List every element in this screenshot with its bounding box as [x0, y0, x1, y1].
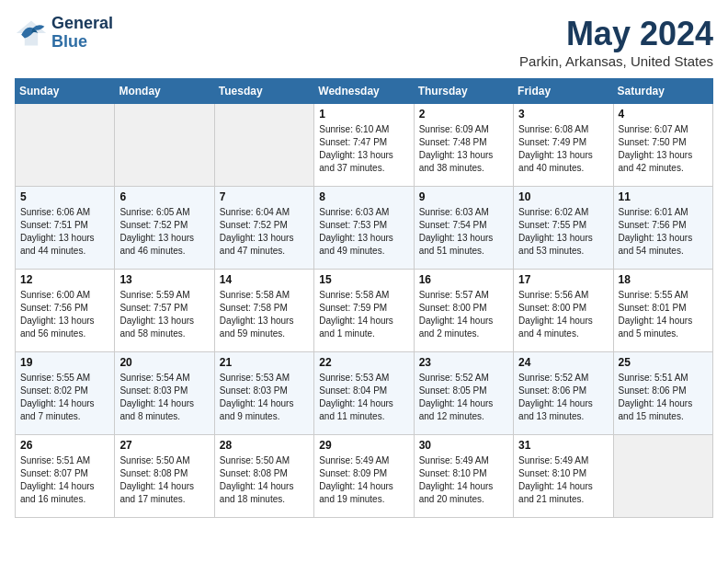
calendar-cell: 30Sunrise: 5:49 AMSunset: 8:10 PMDayligh… [414, 435, 513, 518]
calendar-cell: 20Sunrise: 5:54 AMSunset: 8:03 PMDayligh… [115, 352, 214, 435]
day-info: Sunrise: 6:04 AMSunset: 7:52 PMDaylight:… [220, 206, 309, 258]
day-info: Sunrise: 5:49 AMSunset: 8:10 PMDaylight:… [518, 454, 608, 506]
day-info: Sunrise: 6:09 AMSunset: 7:48 PMDaylight:… [419, 123, 508, 175]
calendar-cell: 21Sunrise: 5:53 AMSunset: 8:03 PMDayligh… [214, 352, 313, 435]
day-info: Sunrise: 6:07 AMSunset: 7:50 PMDaylight:… [619, 123, 708, 175]
calendar-cell: 10Sunrise: 6:02 AMSunset: 7:55 PMDayligh… [514, 187, 613, 270]
calendar-cell: 14Sunrise: 5:58 AMSunset: 7:58 PMDayligh… [214, 270, 313, 352]
day-info: Sunrise: 5:50 AMSunset: 8:08 PMDaylight:… [220, 454, 309, 506]
calendar-cell: 18Sunrise: 5:55 AMSunset: 8:01 PMDayligh… [613, 270, 712, 352]
calendar-week-row: 19Sunrise: 5:55 AMSunset: 8:02 PMDayligh… [16, 352, 713, 435]
calendar-cell: 6Sunrise: 6:05 AMSunset: 7:52 PMDaylight… [115, 187, 214, 270]
calendar-cell: 28Sunrise: 5:50 AMSunset: 8:08 PMDayligh… [214, 435, 313, 518]
logo-bird-icon [15, 17, 48, 50]
header-day-friday: Friday [514, 79, 613, 104]
day-number: 26 [20, 439, 109, 452]
day-info: Sunrise: 6:05 AMSunset: 7:52 PMDaylight:… [119, 206, 209, 258]
day-number: 7 [220, 190, 309, 203]
day-number: 10 [518, 190, 608, 203]
logo-text: General Blue [51, 15, 113, 52]
calendar-cell: 16Sunrise: 5:57 AMSunset: 8:00 PMDayligh… [414, 270, 513, 352]
calendar-table: SundayMondayTuesdayWednesdayThursdayFrid… [15, 78, 713, 518]
day-number: 22 [319, 356, 408, 369]
header-day-tuesday: Tuesday [214, 79, 313, 104]
day-number: 19 [20, 356, 109, 369]
day-number: 28 [220, 439, 309, 452]
calendar-cell: 3Sunrise: 6:08 AMSunset: 7:49 PMDaylight… [514, 104, 613, 187]
day-number: 20 [119, 356, 209, 369]
calendar-title: May 2024 [519, 15, 713, 53]
day-number: 29 [319, 439, 408, 452]
calendar-week-row: 26Sunrise: 5:51 AMSunset: 8:07 PMDayligh… [16, 435, 713, 518]
calendar-cell: 24Sunrise: 5:52 AMSunset: 8:06 PMDayligh… [514, 352, 613, 435]
day-info: Sunrise: 6:03 AMSunset: 7:54 PMDaylight:… [419, 206, 508, 258]
day-number: 6 [119, 190, 209, 203]
day-info: Sunrise: 5:58 AMSunset: 7:58 PMDaylight:… [220, 289, 309, 340]
day-number: 27 [119, 439, 209, 452]
calendar-cell: 26Sunrise: 5:51 AMSunset: 8:07 PMDayligh… [16, 435, 115, 518]
day-number: 12 [20, 273, 109, 286]
day-number: 11 [619, 190, 708, 203]
day-info: Sunrise: 5:56 AMSunset: 8:00 PMDaylight:… [518, 289, 608, 340]
day-info: Sunrise: 5:52 AMSunset: 8:06 PMDaylight:… [518, 372, 608, 423]
calendar-cell: 1Sunrise: 6:10 AMSunset: 7:47 PMDaylight… [314, 104, 414, 187]
day-number: 24 [518, 356, 608, 369]
calendar-cell: 15Sunrise: 5:58 AMSunset: 7:59 PMDayligh… [314, 270, 414, 352]
calendar-cell: 2Sunrise: 6:09 AMSunset: 7:48 PMDaylight… [414, 104, 513, 187]
calendar-cell: 27Sunrise: 5:50 AMSunset: 8:08 PMDayligh… [115, 435, 214, 518]
day-info: Sunrise: 6:10 AMSunset: 7:47 PMDaylight:… [319, 123, 408, 175]
day-number: 18 [619, 273, 708, 286]
calendar-cell: 23Sunrise: 5:52 AMSunset: 8:05 PMDayligh… [414, 352, 513, 435]
day-number: 9 [419, 190, 508, 203]
logo: General Blue [15, 15, 113, 52]
calendar-cell [115, 104, 214, 187]
day-number: 14 [220, 273, 309, 286]
day-number: 21 [220, 356, 309, 369]
calendar-cell [613, 435, 712, 518]
day-info: Sunrise: 6:03 AMSunset: 7:53 PMDaylight:… [319, 206, 408, 258]
day-number: 5 [20, 190, 109, 203]
day-number: 13 [119, 273, 209, 286]
calendar-subtitle: Parkin, Arkansas, United States [519, 53, 713, 69]
day-number: 1 [319, 108, 408, 121]
calendar-cell: 5Sunrise: 6:06 AMSunset: 7:51 PMDaylight… [16, 187, 115, 270]
day-info: Sunrise: 5:49 AMSunset: 8:10 PMDaylight:… [419, 454, 508, 506]
calendar-header-row: SundayMondayTuesdayWednesdayThursdayFrid… [16, 79, 713, 104]
day-info: Sunrise: 5:51 AMSunset: 8:07 PMDaylight:… [20, 454, 109, 506]
calendar-week-row: 1Sunrise: 6:10 AMSunset: 7:47 PMDaylight… [16, 104, 713, 187]
day-info: Sunrise: 6:06 AMSunset: 7:51 PMDaylight:… [20, 206, 109, 258]
day-info: Sunrise: 5:52 AMSunset: 8:05 PMDaylight:… [419, 372, 508, 423]
calendar-cell: 11Sunrise: 6:01 AMSunset: 7:56 PMDayligh… [613, 187, 712, 270]
calendar-cell: 9Sunrise: 6:03 AMSunset: 7:54 PMDaylight… [414, 187, 513, 270]
day-number: 2 [419, 108, 508, 121]
day-number: 8 [319, 190, 408, 203]
day-info: Sunrise: 5:55 AMSunset: 8:02 PMDaylight:… [20, 372, 109, 423]
calendar-cell: 7Sunrise: 6:04 AMSunset: 7:52 PMDaylight… [214, 187, 313, 270]
day-info: Sunrise: 6:00 AMSunset: 7:56 PMDaylight:… [20, 289, 109, 340]
day-info: Sunrise: 5:54 AMSunset: 8:03 PMDaylight:… [119, 372, 209, 423]
header-day-thursday: Thursday [414, 79, 513, 104]
day-number: 3 [518, 108, 608, 121]
day-number: 17 [518, 273, 608, 286]
day-number: 30 [419, 439, 508, 452]
day-info: Sunrise: 5:49 AMSunset: 8:09 PMDaylight:… [319, 454, 408, 506]
calendar-week-row: 12Sunrise: 6:00 AMSunset: 7:56 PMDayligh… [16, 270, 713, 352]
day-info: Sunrise: 5:53 AMSunset: 8:04 PMDaylight:… [319, 372, 408, 423]
day-info: Sunrise: 5:55 AMSunset: 8:01 PMDaylight:… [619, 289, 708, 340]
day-info: Sunrise: 6:01 AMSunset: 7:56 PMDaylight:… [619, 206, 708, 258]
day-number: 15 [319, 273, 408, 286]
header-day-monday: Monday [115, 79, 214, 104]
calendar-cell: 17Sunrise: 5:56 AMSunset: 8:00 PMDayligh… [514, 270, 613, 352]
day-info: Sunrise: 5:50 AMSunset: 8:08 PMDaylight:… [119, 454, 209, 506]
day-number: 31 [518, 439, 608, 452]
day-info: Sunrise: 5:53 AMSunset: 8:03 PMDaylight:… [220, 372, 309, 423]
calendar-cell: 12Sunrise: 6:00 AMSunset: 7:56 PMDayligh… [16, 270, 115, 352]
calendar-cell: 22Sunrise: 5:53 AMSunset: 8:04 PMDayligh… [314, 352, 414, 435]
day-number: 25 [619, 356, 708, 369]
day-number: 23 [419, 356, 508, 369]
title-block: May 2024 Parkin, Arkansas, United States [519, 15, 713, 69]
calendar-cell: 25Sunrise: 5:51 AMSunset: 8:06 PMDayligh… [613, 352, 712, 435]
header-day-wednesday: Wednesday [314, 79, 414, 104]
header-day-saturday: Saturday [613, 79, 712, 104]
header-day-sunday: Sunday [16, 79, 115, 104]
